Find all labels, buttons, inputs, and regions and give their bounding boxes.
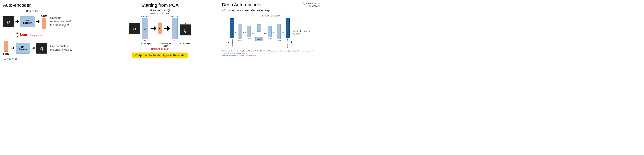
pca-output-digit: q <box>180 25 191 35</box>
w1-label: W₁ <box>235 32 238 34</box>
output-layer-col: Output Layer <box>286 18 290 48</box>
code-label-top: code <box>41 14 47 18</box>
x-label: x <box>144 27 146 30</box>
as-close-label: As close as possible <box>150 12 170 14</box>
arrow-to-output: ➜ <box>31 45 35 51</box>
pca-big-arrow: ➜ <box>150 24 156 33</box>
xhat-label-above: x̂ <box>184 22 186 25</box>
layer-r3-bar <box>268 26 272 37</box>
c-label: c <box>159 27 161 30</box>
compact-text: Compact representation of the input obje… <box>50 16 71 27</box>
deep-diagram: As close as possible x Input Layer W₁ La… <box>222 13 320 49</box>
layer3-label: Layer <box>247 37 251 39</box>
input-layer-label: Input layer <box>139 42 154 45</box>
pca-input-digit: q <box>129 23 140 34</box>
w2t-label: W₂ᵀ <box>273 32 276 34</box>
code-col: ↓ Code <box>255 34 263 41</box>
code-container-bottom: code <box>3 41 9 55</box>
nn-encoder-box: NN Encoder <box>20 16 34 27</box>
arrow-to-code: ➜ <box>36 19 40 25</box>
bullet-text: • Of course, the auto-encoder can be dee… <box>222 9 320 12</box>
reconstruct-text: Can reconstruct the original object <box>50 45 72 52</box>
bottle-label: bottle <box>257 31 262 33</box>
pca-section: Starting from PCA Minimize (x − x̂ )² As… <box>101 0 219 78</box>
learn-together-row: ▲ ▼ Learn together <box>16 31 99 39</box>
input-digit: q <box>3 16 14 27</box>
code-label-bottom: code <box>3 52 9 55</box>
pca-title: Starting from PCA <box>103 3 217 8</box>
autoencoder-section: Auto-encoder Usually <784 q ➜ NN Encoder… <box>0 0 101 78</box>
dots-right: ... <box>264 31 266 35</box>
input-layer-bar <box>230 18 234 38</box>
wt-label: Wᵀ <box>174 39 176 42</box>
layer3-bar <box>247 26 251 37</box>
bottleneck-label: Bottleneck later <box>151 47 169 50</box>
deep-xhat-label: x̂ <box>290 41 292 44</box>
code-box-bottom <box>4 41 8 52</box>
code-box-top <box>42 18 46 29</box>
dots-left: ... <box>252 31 254 35</box>
layer2-label: Layer <box>238 39 242 41</box>
deep-title: Deep Auto-encoder <box>222 2 262 8</box>
deep-down-arrow: ↓ <box>258 34 260 37</box>
minimize-label: Minimize (x − x̂ )² <box>150 9 170 12</box>
bottle-bar <box>257 24 261 31</box>
input-layer-col: Input Layer <box>230 18 234 47</box>
encoder-row: q ➜ NN Encoder ➜ code Compact representa… <box>3 14 99 29</box>
ref-text: Reference: Hinton, Geoffrey E., and Rusl… <box>222 50 317 57</box>
encode-label: encode <box>141 15 149 18</box>
layer2-bar <box>238 24 242 39</box>
code-container: code <box>41 14 47 29</box>
layer-r2-col: Layer <box>277 24 281 41</box>
deep-xhat-container: x̂ <box>290 21 292 44</box>
pca-output-digit-col: x̂ q <box>180 22 191 35</box>
pca-output-col: decode Wᵀ <box>171 15 178 42</box>
output-layer-bar <box>286 18 290 38</box>
nn-decoder-box: NN Decoder <box>16 43 30 54</box>
minimize-container: Minimize (x − x̂ )² As close as possible <box>150 9 170 14</box>
arrow-from-code: ➜ <box>10 45 14 51</box>
layer-r3-col: Layer <box>268 26 272 39</box>
pca-hidden-layer-bar: c <box>158 23 162 34</box>
deep-header: Deep Auto-encoder Symmetric is not neces… <box>222 2 320 8</box>
output-digit: q <box>36 43 47 54</box>
input-layer-rotated-label: Input Layer <box>231 39 233 47</box>
pca-input-col: encode x W <box>141 15 149 42</box>
layer-r3-label: Layer <box>268 37 272 39</box>
layer2-col: Layer <box>238 24 242 41</box>
layer-r2-bar <box>277 24 281 39</box>
dims-label: 28 X 28 = 784 <box>4 58 99 60</box>
layer3-col: Layer <box>247 26 251 39</box>
pca-big-arrow2: ➜ <box>164 24 170 33</box>
hidden-layer-label: hidden layer (linear) <box>154 42 177 47</box>
ref-url: http://www.cs.toronto.edu/~hinton/scienc… <box>222 54 256 56</box>
deep-x-container: x <box>228 21 230 44</box>
usually-label: Usually <784 <box>26 10 99 12</box>
output-layer-rotated-label: Output Layer <box>287 38 289 48</box>
deep-as-close-label: As close as possible <box>262 15 281 17</box>
pca-input-layer-bar: x <box>142 18 148 39</box>
learn-together-label: Learn together <box>20 33 44 37</box>
init-label: Initialize by RBM layer-by-layer <box>293 30 314 35</box>
ae-diagram: q ➜ NN Encoder ➜ code Compact representa… <box>3 14 99 60</box>
bottle-col: bottle ↓ Code <box>255 24 263 41</box>
symmetric-note: Symmetric is not necessary. <box>293 2 320 7</box>
code-blue-box: Code <box>255 37 263 41</box>
minimize-formula: (x − x̂ )² <box>160 9 170 12</box>
pca-main-row: q encode x W ➜ c ➜ decode <box>129 15 190 42</box>
deep-diagram-row: x Input Layer W₁ Layer W₂ Layer <box>228 18 314 48</box>
w2-label: W₂ <box>243 32 246 34</box>
output-code-label: Output of the hidden layer is the code <box>132 53 188 58</box>
deep-x-label: x <box>228 41 230 44</box>
w1t-label: W₁ᵀ <box>282 32 285 34</box>
pca-layer-labels: Input layer hidden layer (linear) output… <box>126 42 194 47</box>
w-label: W <box>144 39 146 42</box>
pca-hidden-col: c <box>158 23 162 34</box>
decoder-row: code ➜ NN Decoder ➜ q Can reconstruct th… <box>3 41 99 55</box>
output-layer-label: output layer <box>177 42 194 45</box>
autoencoder-title: Auto-encoder <box>3 3 99 8</box>
pca-output-layer-bar <box>172 18 178 39</box>
pca-diagram: Minimize (x − x̂ )² As close as possible… <box>103 9 217 58</box>
deep-section: Deep Auto-encoder Symmetric is not neces… <box>219 0 322 78</box>
decode-label: decode <box>171 15 178 18</box>
